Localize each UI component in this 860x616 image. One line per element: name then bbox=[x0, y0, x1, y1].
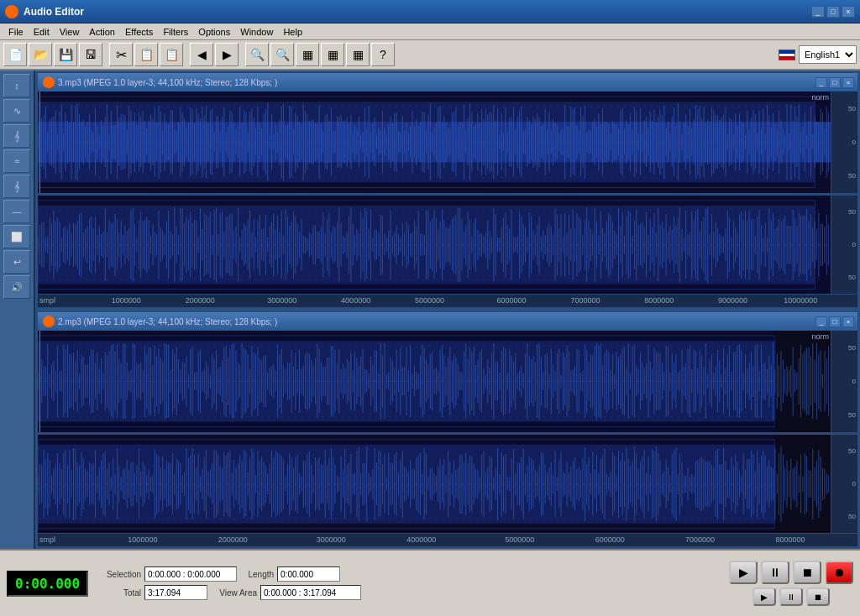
toolbar-view3[interactable]: ▦ bbox=[346, 43, 370, 66]
selection-row: Selection Length bbox=[95, 566, 361, 582]
wave-panel-1: 3.mp3 (MPEG 1.0 layer-3; 44,100 kHz; Ste… bbox=[37, 72, 858, 308]
left-toolbar: ↕ ∿ 𝄞 ≈ 𝄞 — ⬜ ↩ 🔊 bbox=[0, 70, 35, 549]
wave-header-2: 2.mp3 (MPEG 1.0 layer-3; 44,100 kHz; Ste… bbox=[38, 312, 857, 331]
toolbar-saveas[interactable]: 🖫 bbox=[79, 43, 102, 66]
ruler1-6m: 6000000 bbox=[497, 296, 527, 305]
viewarea-input[interactable] bbox=[260, 585, 361, 600]
panel1-ch1-scale: 50050 bbox=[831, 91, 857, 193]
wave-header-1: 3.mp3 (MPEG 1.0 layer-3; 44,100 kHz; Ste… bbox=[38, 73, 857, 91]
wave-panel-2: 2.mp3 (MPEG 1.0 layer-3; 44,100 kHz; Ste… bbox=[37, 311, 858, 547]
selection-input[interactable] bbox=[144, 566, 237, 582]
toolbar-paste[interactable]: 📋 bbox=[160, 43, 183, 66]
panel1-norm: norm bbox=[811, 93, 829, 102]
toolbar-new[interactable]: 📄 bbox=[3, 43, 27, 66]
panel1-icon bbox=[43, 76, 55, 88]
window-controls: _ □ × bbox=[811, 6, 855, 18]
stop-button[interactable]: ⏹ bbox=[793, 561, 821, 584]
panel2-close[interactable]: × bbox=[842, 316, 854, 327]
toolbar: 📄 📂 💾 🖫 ✂ 📋 📋 ◀ ▶ 🔍 🔍 ▦ ▦ ▦ ? English1 bbox=[0, 40, 860, 70]
toolbar-cut[interactable]: ✂ bbox=[109, 43, 133, 66]
toolbar-forward[interactable]: ▶ bbox=[215, 43, 239, 66]
panel1-min[interactable]: _ bbox=[815, 77, 827, 88]
app-title: Audio Editor bbox=[24, 6, 811, 18]
record-button[interactable]: ⏺ bbox=[825, 561, 853, 584]
panel2-ruler: smpl 1000000 2000000 3000000 4000000 500… bbox=[38, 533, 857, 546]
panel1-ruler: smpl 1000000 2000000 3000000 4000000 500… bbox=[38, 294, 857, 307]
lt-select[interactable]: ≈ bbox=[3, 149, 30, 173]
menu-options[interactable]: Options bbox=[193, 25, 235, 39]
toolbar-zoomin[interactable]: 🔍 bbox=[245, 43, 269, 66]
total-label: Total bbox=[95, 588, 141, 598]
lt-undo[interactable]: ↩ bbox=[3, 250, 30, 274]
ruler1-7m: 7000000 bbox=[570, 296, 600, 305]
toolbar-view2[interactable]: ▦ bbox=[321, 43, 344, 66]
lt-line[interactable]: — bbox=[3, 200, 30, 223]
menu-window[interactable]: Window bbox=[235, 25, 278, 39]
language-select[interactable]: English1 bbox=[799, 45, 857, 64]
minimize-button[interactable]: _ bbox=[811, 6, 825, 18]
panel2-buttons: _ □ × bbox=[815, 316, 854, 327]
panel2-ch2-svg bbox=[38, 435, 831, 534]
pause-button[interactable]: ⏸ bbox=[761, 561, 789, 584]
panel1-buttons: _ □ × bbox=[815, 77, 854, 88]
menu-action[interactable]: Action bbox=[84, 25, 120, 39]
time-display: 0:00.000 bbox=[7, 571, 88, 597]
panel2-ch2-scale: 50050 bbox=[831, 435, 857, 534]
menu-view[interactable]: View bbox=[55, 25, 85, 39]
toolbar-save[interactable]: 💾 bbox=[54, 43, 77, 66]
panel2-max[interactable]: □ bbox=[829, 316, 841, 327]
ruler2-smpl: smpl bbox=[39, 535, 55, 544]
menu-effects[interactable]: Effects bbox=[120, 25, 158, 39]
ruler1-smpl: smpl bbox=[39, 296, 55, 305]
status-fields: Selection Length Total View Area bbox=[95, 566, 361, 600]
ruler1-8m: 8000000 bbox=[644, 296, 674, 305]
menu-bar: File Edit View Action Effects Filters Op… bbox=[0, 23, 860, 40]
menu-filters[interactable]: Filters bbox=[158, 25, 193, 39]
panel1-channel1: /* wave drawn in JS */ 50050 bbox=[38, 91, 857, 193]
panel2-ch1-scale: 50050 bbox=[831, 331, 857, 432]
ruler1-9m: 9000000 bbox=[718, 296, 747, 305]
ruler2-6m: 6000000 bbox=[595, 535, 625, 544]
toolbar-view1[interactable]: ▦ bbox=[296, 43, 319, 66]
maximize-button[interactable]: □ bbox=[826, 6, 840, 18]
panel1-title: 3.mp3 (MPEG 1.0 layer-3; 44,100 kHz; Ste… bbox=[58, 78, 277, 87]
toolbar-open[interactable]: 📂 bbox=[29, 43, 52, 66]
toolbar-zoomout[interactable]: 🔍 bbox=[270, 43, 294, 66]
viewarea-label: View Area bbox=[211, 588, 257, 598]
lt-wave[interactable]: ∿ bbox=[3, 99, 30, 123]
language-selector-area: English1 bbox=[779, 45, 857, 64]
menu-help[interactable]: Help bbox=[278, 25, 307, 39]
lt-envelope[interactable]: 𝄞 bbox=[3, 175, 30, 198]
ruler1-1m: 1000000 bbox=[112, 296, 141, 305]
length-input[interactable] bbox=[277, 566, 340, 582]
ruler2-1m: 1000000 bbox=[128, 535, 157, 544]
lt-zoom[interactable]: 𝄞 bbox=[3, 124, 30, 148]
panel2-norm: norm bbox=[811, 332, 829, 341]
menu-edit[interactable]: Edit bbox=[29, 25, 55, 39]
ruler1-4m: 4000000 bbox=[341, 296, 370, 305]
toolbar-help[interactable]: ? bbox=[371, 43, 395, 66]
toolbar-back[interactable]: ◀ bbox=[190, 43, 213, 66]
menu-file[interactable]: File bbox=[3, 25, 29, 39]
lt-volume[interactable]: 🔊 bbox=[3, 275, 30, 299]
ruler2-2m: 2000000 bbox=[218, 535, 248, 544]
ruler1-5m: 5000000 bbox=[415, 296, 444, 305]
pause2-button[interactable]: ⏸ bbox=[779, 587, 803, 606]
toolbar-copy[interactable]: 📋 bbox=[134, 43, 158, 66]
lt-cursor[interactable]: ↕ bbox=[3, 74, 30, 97]
panel1-ch2-scale: 50050 bbox=[831, 196, 857, 295]
lt-rect[interactable]: ⬜ bbox=[3, 225, 30, 248]
panel2-min[interactable]: _ bbox=[815, 316, 827, 327]
stop2-button[interactable]: ⏹ bbox=[806, 587, 830, 606]
close-button[interactable]: × bbox=[842, 6, 855, 18]
play-button[interactable]: ▶ bbox=[729, 561, 758, 584]
panel1-playhead bbox=[39, 91, 40, 193]
panel1-max[interactable]: □ bbox=[829, 77, 841, 88]
status-bar: 0:00.000 Selection Length Total View Are… bbox=[0, 549, 860, 616]
panel2-channel1: 50050 bbox=[38, 331, 857, 432]
panel1-close[interactable]: × bbox=[842, 77, 854, 88]
play2-button[interactable]: ▶ bbox=[752, 587, 776, 606]
ruler2-8m: 8000000 bbox=[775, 535, 805, 544]
panel2-playhead bbox=[39, 331, 40, 432]
total-input[interactable] bbox=[144, 585, 207, 600]
